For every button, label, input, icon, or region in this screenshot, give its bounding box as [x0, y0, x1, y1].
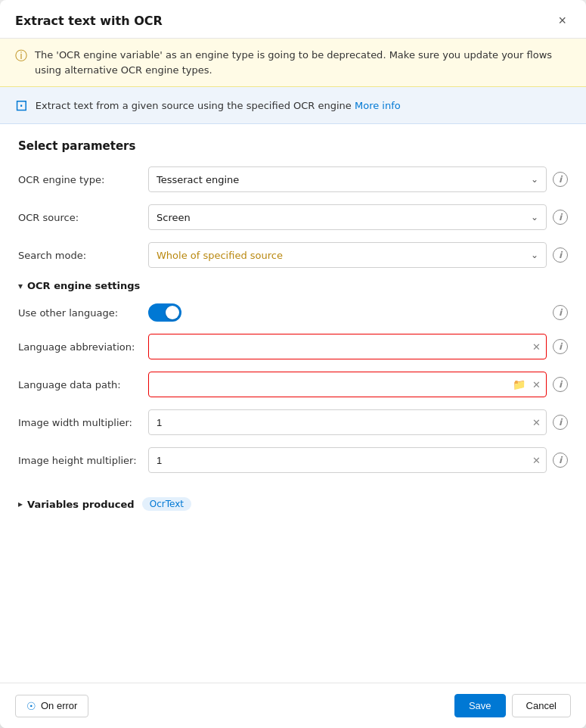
- ocr-engine-type-dropdown[interactable]: Tesseract engine ⌄: [148, 166, 547, 192]
- on-error-button[interactable]: ☉ On error: [15, 695, 88, 717]
- language-abbreviation-row: Language abbreviation: ✕ i: [18, 334, 568, 359]
- info-banner-text: Extract text from a given source using t…: [36, 100, 401, 111]
- chevron-down-icon: ⌄: [531, 212, 538, 222]
- shield-icon: ☉: [26, 700, 36, 712]
- section-title: Select parameters: [18, 139, 568, 153]
- warning-banner: ⓘ The 'OCR engine variable' as an engine…: [0, 39, 586, 87]
- ocr-engine-settings-section: ▾ OCR engine settings Use other language…: [18, 280, 568, 473]
- image-width-multiplier-input[interactable]: [148, 409, 547, 435]
- ocr-source-row: OCR source: Screen ⌄ i: [18, 204, 568, 230]
- use-other-language-toggle[interactable]: [148, 303, 181, 322]
- dialog: Extract text with OCR × ⓘ The 'OCR engin…: [0, 0, 586, 728]
- language-abbreviation-control: ✕ i: [148, 334, 568, 359]
- browse-folder-button[interactable]: 📁: [513, 379, 526, 390]
- footer-left: ☉ On error: [15, 695, 88, 717]
- image-height-multiplier-label: Image height multiplier:: [18, 455, 139, 466]
- variable-badge: OcrText: [142, 497, 191, 511]
- warning-icon: ⓘ: [15, 48, 27, 64]
- save-button[interactable]: Save: [454, 694, 506, 717]
- variables-row: ▸ Variables produced OcrText: [18, 491, 568, 511]
- ocr-engine-settings-header[interactable]: ▾ OCR engine settings: [18, 280, 568, 291]
- ocr-engine-type-control: Tesseract engine ⌄ i: [148, 166, 568, 192]
- ocr-icon: ⊡: [15, 96, 28, 114]
- image-width-multiplier-control: ✕ i: [148, 409, 568, 435]
- image-width-multiplier-wrapper: ✕: [148, 409, 547, 435]
- variables-produced-label[interactable]: ▸ Variables produced: [18, 499, 135, 510]
- language-data-path-clear-button[interactable]: ✕: [532, 380, 541, 390]
- warning-text: The 'OCR engine variable' as an engine t…: [35, 48, 571, 77]
- image-height-multiplier-input[interactable]: [148, 447, 547, 473]
- language-data-path-control: 📁 ✕ i: [148, 372, 568, 397]
- use-other-language-control: i: [148, 303, 568, 322]
- close-button[interactable]: ×: [553, 12, 571, 29]
- language-data-path-row: Language data path: 📁 ✕ i: [18, 372, 568, 397]
- image-width-multiplier-clear-button[interactable]: ✕: [532, 418, 541, 428]
- chevron-down-icon: ⌄: [531, 250, 538, 260]
- image-width-multiplier-row: Image width multiplier: ✕ i: [18, 409, 568, 435]
- language-data-path-input[interactable]: [148, 372, 547, 397]
- ocr-engine-type-row: OCR engine type: Tesseract engine ⌄ i: [18, 166, 568, 192]
- dialog-title: Extract text with OCR: [15, 14, 163, 28]
- search-mode-value: Whole of specified source: [157, 250, 531, 261]
- image-width-multiplier-info-icon[interactable]: i: [553, 415, 568, 430]
- use-other-language-info-icon[interactable]: i: [553, 305, 568, 320]
- ocr-source-dropdown[interactable]: Screen ⌄: [148, 204, 547, 230]
- image-height-multiplier-wrapper: ✕: [148, 447, 547, 473]
- ocr-source-info-icon[interactable]: i: [553, 210, 568, 225]
- image-width-multiplier-label: Image width multiplier:: [18, 417, 139, 428]
- language-data-path-info-icon[interactable]: i: [553, 377, 568, 392]
- info-banner: ⊡ Extract text from a given source using…: [0, 87, 586, 124]
- chevron-down-icon: ⌄: [531, 174, 538, 185]
- use-other-language-label: Use other language:: [18, 307, 139, 319]
- ocr-engine-type-value: Tesseract engine: [157, 174, 531, 185]
- toggle-track: [148, 303, 181, 322]
- search-mode-dropdown[interactable]: Whole of specified source ⌄: [148, 242, 547, 268]
- search-mode-info-icon[interactable]: i: [553, 247, 568, 263]
- variables-arrow-icon: ▸: [18, 499, 23, 509]
- more-info-link[interactable]: More info: [355, 100, 401, 111]
- language-abbreviation-wrapper: ✕: [148, 334, 547, 359]
- search-mode-row: Search mode: Whole of specified source ⌄…: [18, 242, 568, 268]
- cancel-button[interactable]: Cancel: [512, 694, 571, 717]
- search-mode-control: Whole of specified source ⌄ i: [148, 242, 568, 268]
- language-abbreviation-label: Language abbreviation:: [18, 341, 139, 353]
- language-abbreviation-clear-button[interactable]: ✕: [532, 342, 541, 352]
- image-height-multiplier-row: Image height multiplier: ✕ i: [18, 447, 568, 473]
- use-other-language-row: Use other language: i: [18, 303, 568, 322]
- ocr-engine-type-label: OCR engine type:: [18, 174, 139, 185]
- ocr-source-control: Screen ⌄ i: [148, 204, 568, 230]
- image-height-multiplier-control: ✕ i: [148, 447, 568, 473]
- ocr-source-value: Screen: [157, 212, 531, 223]
- language-data-path-wrapper: 📁 ✕: [148, 372, 547, 397]
- collapse-arrow-icon: ▾: [18, 281, 23, 291]
- ocr-engine-type-info-icon[interactable]: i: [553, 172, 568, 187]
- dialog-footer: ☉ On error Save Cancel: [0, 683, 586, 728]
- ocr-engine-settings-label: OCR engine settings: [27, 280, 140, 291]
- dialog-header: Extract text with OCR ×: [0, 0, 586, 39]
- language-data-path-label: Language data path:: [18, 379, 139, 390]
- image-height-multiplier-info-icon[interactable]: i: [553, 453, 568, 468]
- footer-right: Save Cancel: [454, 694, 571, 717]
- ocr-source-label: OCR source:: [18, 212, 139, 223]
- dialog-body: Select parameters OCR engine type: Tesse…: [0, 124, 586, 683]
- image-height-multiplier-clear-button[interactable]: ✕: [532, 456, 541, 465]
- language-abbreviation-input[interactable]: [148, 334, 547, 359]
- search-mode-label: Search mode:: [18, 250, 139, 261]
- language-abbreviation-info-icon[interactable]: i: [553, 339, 568, 354]
- toggle-thumb: [166, 306, 179, 319]
